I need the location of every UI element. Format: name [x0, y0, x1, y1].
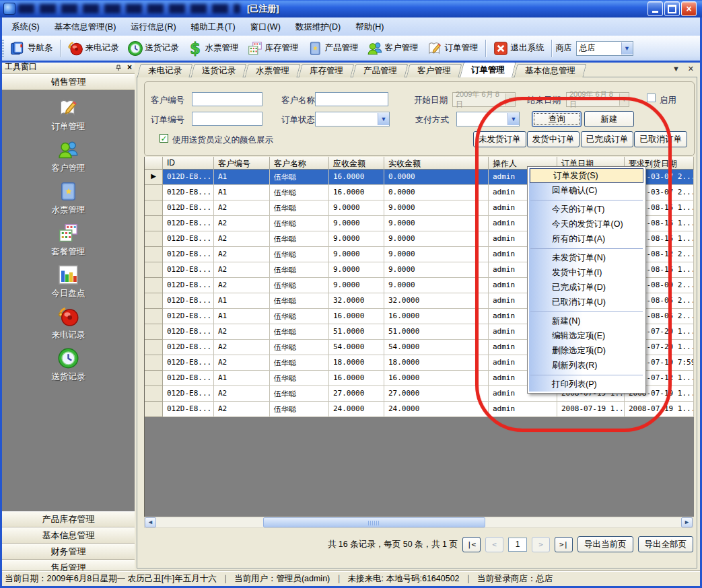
horizontal-scrollbar[interactable]: ◄ ► — [144, 517, 693, 528]
toolbar-exit[interactable]: 退出系统 — [489, 39, 549, 58]
context-menu-item-delete-selected[interactable]: 删除选定项(D) — [529, 343, 644, 358]
toolbar-customer[interactable]: 客户管理 — [363, 39, 423, 58]
toolbar-delivery-records[interactable]: 送货记录 — [123, 39, 183, 58]
sidebar-item-order-mgmt[interactable]: 订单管理 — [28, 94, 109, 135]
row-selector[interactable] — [145, 185, 163, 200]
toolbar-inventory[interactable]: 库存管理 — [243, 39, 303, 58]
scrollbar-thumb[interactable] — [263, 517, 485, 527]
table-row[interactable]: 012D-E8...A2伍华聪24.000024.0000admin2008-0… — [145, 402, 694, 417]
menu-item-basic-info[interactable]: 基本信息管理(B) — [47, 18, 124, 36]
customer-name-input[interactable] — [315, 92, 388, 106]
toolbar-water-ticket[interactable]: $水票管理 — [183, 39, 243, 58]
payment-combobox[interactable]: ▼ — [456, 112, 520, 126]
context-menu-item-print-list[interactable]: 打印列表(P) — [529, 377, 644, 392]
context-menu-item-today-ship-orders[interactable]: 今天的发货订单(O) — [529, 217, 644, 231]
row-selector[interactable] — [145, 293, 163, 309]
scroll-left-icon[interactable]: ◄ — [145, 517, 156, 527]
last-page-button[interactable]: >| — [555, 537, 573, 552]
toolbar-product[interactable]: 产品管理 — [303, 39, 363, 58]
status-filter-not-shipped-button[interactable]: 未发货订单 — [473, 131, 526, 147]
context-menu-item-not-shipped-orders[interactable]: 未发货订单(N) — [529, 250, 644, 265]
sidebar-section-finance[interactable]: 财务管理 — [2, 544, 135, 560]
status-filter-cancelled-button[interactable]: 已取消订单 — [634, 131, 687, 147]
menu-item-system[interactable]: 系统(S) — [4, 18, 47, 36]
row-selector[interactable] — [145, 371, 163, 386]
context-menu-item-cancelled-orders[interactable]: 已取消订单(U) — [529, 295, 644, 309]
tab-customer[interactable]: 客户管理 — [407, 64, 462, 77]
menu-item-help[interactable]: 帮助(H) — [348, 18, 391, 36]
column-header[interactable]: 实收金额 — [384, 157, 489, 170]
page-number-input[interactable] — [508, 538, 527, 552]
sidebar-item-package-mgmt[interactable]: 套餐管理 — [28, 219, 109, 260]
sidebar-item-delivery-records[interactable]: 送货记录 — [28, 344, 109, 385]
color-display-checkbox[interactable]: ✓ — [160, 134, 168, 143]
close-button[interactable]: × — [681, 1, 697, 16]
maximize-button[interactable] — [664, 1, 680, 16]
sidebar-item-call-records[interactable]: 来电记录 — [28, 302, 109, 344]
row-selector[interactable] — [145, 262, 163, 278]
export-current-page-button[interactable]: 导出当前页 — [577, 536, 633, 552]
enable-checkbox[interactable] — [647, 94, 656, 102]
first-page-button[interactable]: |< — [462, 537, 481, 552]
menu-item-runtime-info[interactable]: 运行信息(R) — [123, 18, 183, 36]
menu-item-window[interactable]: 窗口(W) — [243, 18, 288, 36]
row-selector[interactable] — [145, 247, 163, 262]
toolbar-call-records[interactable]: 来电记录 — [63, 39, 123, 58]
order-status-combobox[interactable]: ▼ — [315, 112, 390, 126]
sidebar-section-sales[interactable]: 销售管理 — [2, 74, 135, 90]
column-header[interactable]: 应收金额 — [329, 157, 384, 170]
row-selector[interactable]: ▶ — [145, 170, 163, 185]
tab-order[interactable]: 订单管理 — [460, 62, 516, 77]
new-button[interactable]: 新建 — [584, 111, 634, 127]
tab-list-dropdown-icon[interactable]: ▼ — [672, 65, 680, 73]
close-icon[interactable]: × — [127, 64, 132, 71]
row-selector[interactable] — [145, 355, 163, 371]
row-selector[interactable] — [145, 386, 163, 402]
context-menu-item-refresh-list[interactable]: 刷新列表(R) — [529, 358, 644, 373]
end-date-picker[interactable]: 2009年 6月 8日 ▼ — [566, 92, 629, 107]
row-selector[interactable] — [145, 309, 163, 324]
row-selector[interactable] — [145, 200, 163, 216]
column-header[interactable]: 客户名称 — [270, 157, 329, 170]
tab-product[interactable]: 产品管理 — [353, 64, 409, 77]
query-button[interactable]: 查询 — [532, 111, 582, 127]
pin-icon[interactable] — [115, 64, 122, 71]
context-menu-item-shipping-orders[interactable]: 发货中订单(I) — [529, 265, 644, 280]
toolbar-order[interactable]: 订单管理 — [423, 39, 483, 58]
tab-basic-info[interactable]: 基本信息管理 — [514, 64, 587, 77]
context-menu-item-today-orders[interactable]: 今天的订单(T) — [529, 202, 644, 217]
context-menu-item-completed-orders[interactable]: 已完成订单(D) — [529, 280, 644, 295]
prev-page-button[interactable]: < — [485, 537, 503, 552]
column-header[interactable]: ID — [163, 157, 214, 170]
status-filter-shipping-button[interactable]: 发货中订单 — [527, 131, 580, 147]
column-header[interactable]: 客户编号 — [214, 157, 270, 170]
chevron-down-icon[interactable]: ▼ — [378, 113, 389, 125]
toolbar-nav-bar[interactable]: 导航条 — [5, 39, 57, 58]
sidebar-section-product-inventory[interactable]: 产品库存管理 — [2, 511, 135, 527]
tab-water-ticket[interactable]: 水票管理 — [245, 64, 301, 77]
row-selector[interactable] — [145, 340, 163, 355]
sidebar-item-customer-mgmt[interactable]: 客户管理 — [28, 135, 109, 177]
menu-item-aux-tools[interactable]: 辅助工具(T) — [184, 18, 243, 36]
customer-no-input[interactable] — [192, 92, 262, 106]
row-selector[interactable] — [145, 231, 163, 247]
sidebar-section-basic-info[interactable]: 基本信息管理 — [2, 527, 135, 544]
order-no-input[interactable] — [192, 112, 262, 126]
tab-delivery-records[interactable]: 送货记录 — [191, 64, 247, 77]
shop-combobox[interactable]: 总店 ▼ — [576, 41, 633, 56]
menu-item-data-maintenance[interactable]: 数据维护(D) — [288, 18, 348, 36]
minimize-button[interactable] — [647, 1, 663, 16]
tab-call-records[interactable]: 来电记录 — [137, 64, 193, 77]
context-menu-item-new[interactable]: 新建(N) — [529, 314, 644, 328]
row-selector[interactable] — [145, 278, 163, 293]
context-menu-item-ship-order[interactable]: 订单发货(S) — [530, 168, 643, 183]
export-all-pages-button[interactable]: 导出全部页 — [638, 536, 694, 552]
row-selector[interactable] — [145, 402, 163, 417]
tab-inventory[interactable]: 库存管理 — [299, 64, 355, 77]
status-filter-completed-button[interactable]: 已完成订单 — [581, 131, 634, 147]
start-date-picker[interactable]: 2009年 6月 8日 ▼ — [452, 92, 516, 107]
next-page-button[interactable]: > — [532, 537, 550, 552]
chevron-down-icon[interactable]: ▼ — [621, 42, 633, 54]
context-menu-item-all-orders[interactable]: 所有的订单(A) — [529, 231, 644, 246]
row-selector[interactable] — [145, 216, 163, 231]
